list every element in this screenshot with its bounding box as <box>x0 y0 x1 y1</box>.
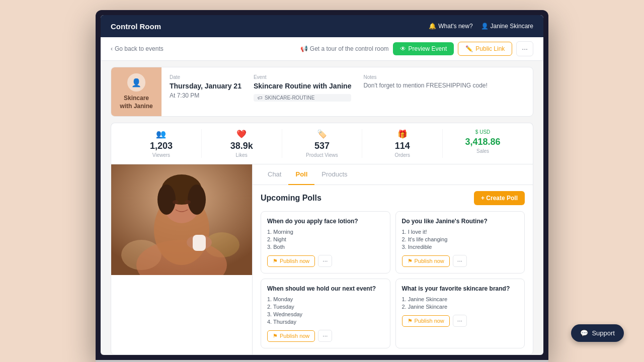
notes-value: Don't forget to mention FREESHIPPING cod… <box>363 82 525 89</box>
nav-right: 🔔 What's new? 👤 Janine Skincare <box>429 23 533 30</box>
poll-3-more-button[interactable]: ··· <box>453 315 467 327</box>
public-link-button[interactable]: ✏️ Public Link <box>458 42 512 56</box>
publish-poll-1-button[interactable]: ⚑ Publish now <box>402 255 450 267</box>
bell-icon: 🔔 <box>429 23 436 30</box>
preview-label: Preview Event <box>409 45 447 52</box>
tag-value: SKINCARE-ROUTINE <box>265 95 314 101</box>
poll-header: Upcoming Polls + Create Poll <box>261 191 525 205</box>
orders-icon: 🎁 <box>397 129 408 139</box>
svg-point-8 <box>188 185 206 215</box>
svg-rect-12 <box>193 235 206 251</box>
preview-event-button[interactable]: 👁 Preview Event <box>393 42 454 55</box>
notes-label: Notes <box>363 74 525 80</box>
date-value: Thursday, January 21 <box>170 82 242 90</box>
tab-chat[interactable]: Chat <box>261 164 288 185</box>
back-to-events-link[interactable]: ‹ Go back to events <box>111 45 164 52</box>
poll-option-2-3: 4. Thursday <box>267 319 384 325</box>
event-name: Skincare Routine with Janine <box>254 82 352 90</box>
poll-question-2: When should we hold our next event? <box>267 285 384 292</box>
user-name: Janine Skincare <box>491 23 533 30</box>
stat-product-views: 🏷️ 537 Product Views <box>282 129 363 158</box>
product-views-label: Product Views <box>306 152 338 158</box>
tabs-row: Chat Poll Products <box>253 164 533 185</box>
poll-panel: Chat Poll Products Upc <box>252 164 533 354</box>
event-date-col: Date Thursday, January 21 At 7:30 PM <box>170 74 242 109</box>
poll-option-1-1: 2. It's life changing <box>402 236 519 242</box>
stats-row: 👥 1,203 Viewers ❤️ 38.9k Likes 🏷️ 537 Pr… <box>111 123 533 164</box>
poll-question-0: When do you apply face lotion? <box>267 218 384 225</box>
poll-option-1-2: 3. Incredible <box>402 244 519 250</box>
poll-2-more-button[interactable]: ··· <box>318 330 332 342</box>
poll-option-2-0: 1. Monday <box>267 296 384 302</box>
create-poll-button[interactable]: + Create Poll <box>474 191 525 205</box>
viewers-value: 1,203 <box>150 141 173 151</box>
event-info-card: 👤 Skincare with Janine Date Thursday, Ja… <box>111 67 533 117</box>
event-notes-col: Notes Don't forget to mention FREESHIPPI… <box>363 74 525 109</box>
event-details: Date Thursday, January 21 At 7:30 PM Eve… <box>162 67 533 116</box>
poll-actions-1: ⚑ Publish now ··· <box>402 255 519 267</box>
support-label: Support <box>592 329 615 337</box>
video-image <box>111 164 252 275</box>
likes-icon: ❤️ <box>236 129 247 139</box>
publish-poll-2-button[interactable]: ⚑ Publish now <box>267 330 315 342</box>
orders-value: 114 <box>395 141 410 151</box>
poll-option-2-2: 3. Wednesday <box>267 311 384 317</box>
poll-tab-label: Poll <box>295 170 307 178</box>
time-value: At 7:30 PM <box>170 92 242 99</box>
date-label: Date <box>170 74 242 80</box>
public-link-label: Public Link <box>475 45 505 52</box>
stat-viewers: 👥 1,203 Viewers <box>121 129 202 158</box>
poll-content: Upcoming Polls + Create Poll When do you… <box>253 185 533 354</box>
tag-icon: 🏷 <box>258 95 263 101</box>
support-button[interactable]: 💬 Support <box>571 324 624 342</box>
polls-section-title: Upcoming Polls <box>261 194 321 203</box>
event-tag: 🏷 SKINCARE-ROUTINE <box>254 94 352 102</box>
event-label: Event <box>254 74 352 80</box>
event-name-col: Event Skincare Routine with Janine 🏷 SKI… <box>254 74 352 109</box>
poll-card-0: When do you apply face lotion? 1. Mornin… <box>261 211 390 274</box>
svg-point-9 <box>173 200 179 204</box>
megaphone-icon: 📢 <box>300 45 308 52</box>
publish-label-1: Publish now <box>415 258 444 264</box>
event-thumbnail: 👤 Skincare with Janine <box>111 67 162 116</box>
product-views-value: 537 <box>314 141 330 151</box>
sales-value: 3,418.86 <box>465 137 501 147</box>
laptop-screen: Control Room 🔔 What's new? 👤 Janine Skin… <box>96 10 548 360</box>
app-container: Control Room 🔔 What's new? 👤 Janine Skin… <box>101 15 543 355</box>
poll-0-more-button[interactable]: ··· <box>318 255 332 267</box>
chat-tab-label: Chat <box>268 170 281 178</box>
tab-products[interactable]: Products <box>314 164 354 185</box>
more-options-button[interactable]: ··· <box>516 41 533 56</box>
publish-poll-3-button[interactable]: ⚑ Publish now <box>402 315 450 327</box>
poll-option-3-0: 1. Janine Skincare <box>402 296 519 302</box>
flag-icon-1: ⚑ <box>408 258 413 264</box>
likes-value: 38.9k <box>230 141 253 151</box>
event-thumb-text: Skincare with Janine <box>117 95 155 110</box>
eye-icon: 👁 <box>400 45 406 52</box>
back-label: Go back to events <box>115 45 164 52</box>
poll-card-1: Do you like Janine's Routine? 1. I love … <box>395 211 525 274</box>
flag-icon-3: ⚑ <box>408 318 413 324</box>
likes-label: Likes <box>236 152 248 158</box>
stat-sales: $ USD 3,418.86 Sales <box>443 129 523 158</box>
publish-label-2: Publish now <box>280 333 309 339</box>
svg-point-7 <box>157 185 176 215</box>
publish-poll-0-button[interactable]: ⚑ Publish now <box>267 255 315 267</box>
tour-link[interactable]: 📢 Get a tour of the control room <box>300 45 389 52</box>
poll-actions-0: ⚑ Publish now ··· <box>267 255 384 267</box>
poll-actions-2: ⚑ Publish now ··· <box>267 330 384 342</box>
notifications-label: What's new? <box>438 23 472 30</box>
flag-icon-0: ⚑ <box>273 258 278 264</box>
top-nav: Control Room 🔔 What's new? 👤 Janine Skin… <box>101 15 543 37</box>
tab-poll[interactable]: Poll <box>288 164 314 185</box>
poll-1-more-button[interactable]: ··· <box>453 255 467 267</box>
brand-title: Control Room <box>111 22 161 31</box>
poll-actions-3: ⚑ Publish now ··· <box>402 315 519 327</box>
poll-option-2-1: 2. Tuesday <box>267 304 384 310</box>
notifications-link[interactable]: 🔔 What's new? <box>429 23 472 30</box>
stat-likes: ❤️ 38.9k Likes <box>202 129 282 158</box>
user-menu[interactable]: 👤 Janine Skincare <box>481 23 533 30</box>
viewers-icon: 👥 <box>156 129 166 139</box>
user-icon: 👤 <box>481 23 489 30</box>
sales-label: Sales <box>476 148 489 154</box>
